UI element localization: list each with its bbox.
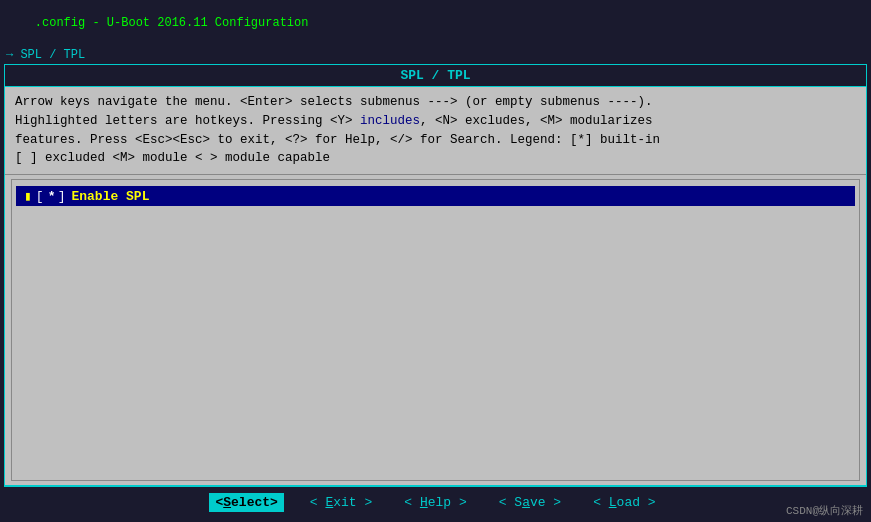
breadcrumb-arrow: →	[6, 48, 20, 62]
menu-item-label: Enable SPL	[71, 189, 149, 204]
bracket-close: ]	[58, 189, 66, 204]
load-button[interactable]: < Load >	[587, 493, 661, 512]
menu-area: ▮ [ * ] Enable SPL	[11, 179, 860, 481]
help-button[interactable]: < Help >	[398, 493, 472, 512]
window-title: SPL / TPL	[5, 65, 866, 87]
cursor-indicator: ▮	[24, 188, 32, 204]
includes-highlight: includes	[360, 114, 420, 128]
check-mark: *	[46, 189, 58, 204]
watermark-text: CSDN@纵向深耕	[786, 505, 863, 517]
terminal-window: .config - U-Boot 2016.11 Configuration →…	[0, 0, 871, 522]
menu-item[interactable]: ▮ [ * ] Enable SPL	[16, 186, 855, 206]
save-button[interactable]: < Save >	[493, 493, 567, 512]
breadcrumb: → SPL / TPL	[0, 46, 871, 64]
help-line-3: features. Press <Esc><Esc> to exit, <?> …	[15, 131, 856, 150]
bracket-open: [	[36, 189, 44, 204]
help-text-area: Arrow keys navigate the menu. <Enter> se…	[5, 87, 866, 175]
help-line-2: Highlighted letters are hotkeys. Pressin…	[15, 112, 856, 131]
breadcrumb-text: SPL / TPL	[20, 48, 85, 62]
window-title-text: SPL / TPL	[400, 68, 470, 83]
help-line-1: Arrow keys navigate the menu. <Enter> se…	[15, 93, 856, 112]
select-button[interactable]: <Select>	[209, 493, 283, 512]
watermark: CSDN@纵向深耕	[786, 503, 863, 518]
help-line-4: [ ] excluded <M> module < > module capab…	[15, 149, 856, 168]
bottom-bar: <Select> < Exit > < Help > < Save > < Lo…	[4, 486, 867, 518]
main-window: SPL / TPL Arrow keys navigate the menu. …	[4, 64, 867, 486]
title-text: .config - U-Boot 2016.11 Configuration	[35, 16, 309, 30]
exit-button[interactable]: < Exit >	[304, 493, 378, 512]
terminal-title: .config - U-Boot 2016.11 Configuration	[0, 0, 871, 46]
